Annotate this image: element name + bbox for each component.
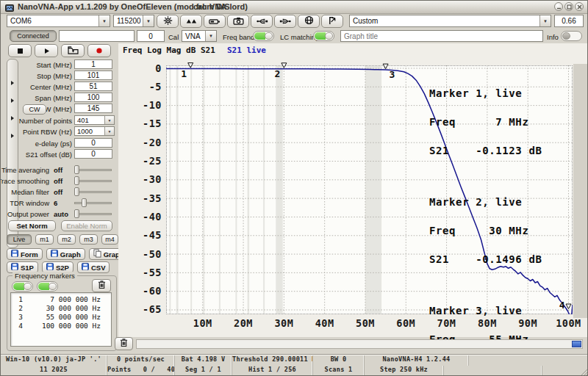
title-bar[interactable]: NanoVNA-App v1.1.209 by OneOfEleven (mod… [1, 1, 587, 14]
com-port-select[interactable]: COM6 ▼ [7, 15, 110, 27]
slider-track[interactable] [74, 180, 112, 182]
slider-track[interactable] [74, 202, 112, 204]
field-input[interactable] [74, 93, 112, 102]
slider-thumb[interactable] [74, 187, 79, 196]
chevron-down-icon[interactable]: ▼ [98, 15, 110, 26]
floppy-icon [51, 250, 58, 258]
sweep-controls [8, 44, 111, 57]
chart-marker-1[interactable] [188, 63, 193, 68]
chevron-down-icon[interactable]: ▼ [104, 127, 114, 135]
chart-marker-number: 1 [181, 68, 187, 79]
field-label: Start (MHz) [36, 61, 72, 69]
chevron-down-icon[interactable]: ▼ [205, 31, 216, 41]
toolbar-button[interactable] [251, 15, 273, 28]
memory-tab[interactable]: m3 [79, 234, 98, 245]
memory-tab[interactable]: m2 [57, 234, 76, 245]
combo-fields: Number of points 401 ▼ Point RBW (Hz) 10… [1, 115, 118, 137]
transport-button[interactable] [87, 44, 111, 57]
lc-matching-toggle[interactable] [313, 31, 334, 41]
chevron-down-icon[interactable]: ▼ [104, 116, 114, 124]
field-label: Point RBW (Hz) [23, 128, 72, 136]
cal-mode-value: VNA [182, 31, 205, 41]
marker-readout: Marker 2, live Freq 30 MHz S21 -0.1496 d… [429, 178, 584, 283]
field-input[interactable] [74, 104, 112, 113]
chevron-down-icon[interactable]: ▼ [539, 15, 551, 26]
maximize-icon[interactable] [564, 2, 573, 11]
toolbar-button[interactable] [227, 15, 249, 28]
save-button[interactable]: Graph [46, 248, 85, 260]
transport-button[interactable] [35, 44, 58, 57]
field-row: S21 offset (dB) [1, 149, 118, 160]
x-tick-label: 40M [315, 317, 334, 329]
scrollbar-thumb[interactable] [572, 341, 581, 347]
marker-list-item[interactable]: 4 100 000 000 Hz [11, 322, 111, 330]
slider-row: Time averaging off [1, 164, 118, 176]
cal-mode-select[interactable]: VNA ▼ [182, 30, 217, 42]
slider-thumb[interactable] [82, 198, 87, 207]
field-input[interactable] [74, 59, 112, 69]
info-toggle[interactable] [561, 31, 582, 41]
baud-rate-select[interactable]: 115200 ▼ [113, 15, 154, 27]
clear-button[interactable] [115, 337, 133, 350]
toolbar-button[interactable] [204, 15, 226, 28]
field-input[interactable] [74, 149, 112, 159]
minimize-icon[interactable] [554, 2, 563, 11]
slider-thumb[interactable] [74, 209, 79, 218]
y-tick-label: -30 [143, 173, 162, 185]
transport-button[interactable] [8, 44, 32, 57]
slider-thumb[interactable] [74, 165, 79, 174]
slider-track[interactable] [74, 169, 112, 171]
memory-tab[interactable]: Live [7, 234, 32, 245]
toolbar-button[interactable] [180, 15, 202, 28]
graph-title-input[interactable] [340, 30, 543, 42]
save-button[interactable]: Form [7, 248, 43, 260]
slider-value: auto [54, 210, 68, 218]
export-button[interactable]: CSV [77, 261, 110, 273]
y-tick-label: -35 [143, 192, 162, 204]
slider-thumb[interactable] [74, 176, 79, 185]
marker-readout-title: Marker 3, live [429, 306, 584, 316]
field-label: e-delay (ps) [35, 140, 72, 148]
serial-info-field[interactable] [59, 30, 135, 42]
status-cell: Win-10 (v10.0) ja-JP '.' [1, 355, 107, 366]
marker-list[interactable]: 1 7 000 000 Hz 2 30 000 000 Hz 3 55 000 … [10, 292, 112, 347]
velocity-factor-field[interactable] [554, 15, 584, 27]
marker-list-item[interactable]: 3 55 000 000 Hz [11, 313, 111, 322]
freq-bands-toggle[interactable] [253, 31, 274, 41]
field-input[interactable] [74, 138, 112, 148]
slider-track[interactable] [74, 213, 112, 215]
usb-out-icon [256, 16, 268, 27]
transport-button[interactable] [61, 44, 85, 57]
x-tick-label: 30M [274, 317, 293, 329]
preset-select[interactable]: Custom ▼ [349, 15, 551, 27]
markers-toggle-1[interactable] [12, 281, 33, 292]
cal-number-field[interactable] [137, 30, 165, 42]
status-row-2: 11 2025Points 0 / 401Seg 1 / 1Hist 1 / 2… [1, 366, 588, 376]
status-cell: BW 0 [313, 355, 365, 366]
field-input[interactable] [74, 70, 112, 80]
close-icon[interactable] [575, 2, 584, 11]
horizontal-scrollbar[interactable] [136, 339, 583, 349]
field-select[interactable]: 401 ▼ [74, 115, 115, 125]
resize-grip[interactable] [581, 369, 588, 376]
memory-tab[interactable]: m4 [101, 234, 118, 245]
marker-list-item[interactable]: 2 30 000 000 Hz [11, 304, 111, 313]
memory-tab[interactable]: m1 [35, 234, 54, 245]
chevron-down-icon[interactable]: ▼ [143, 15, 154, 26]
delete-markers-button[interactable] [92, 279, 111, 292]
toolbar-button[interactable] [298, 15, 320, 28]
gear-icon [162, 15, 173, 28]
toolbar-button[interactable] [157, 15, 179, 28]
set-norm-button[interactable]: Set Norm [8, 220, 56, 231]
enable-norm-button[interactable]: Enable Norm [61, 220, 112, 231]
toolbar-button[interactable] [321, 15, 343, 28]
slider-track[interactable] [74, 191, 112, 193]
toolbar-button[interactable] [274, 15, 296, 28]
marker-list-item[interactable]: 1 7 000 000 Hz [11, 295, 111, 304]
freq-band-region [176, 66, 179, 314]
field-select[interactable]: 1000 ▼ [74, 126, 115, 136]
field-input[interactable] [74, 82, 112, 91]
connected-button[interactable]: Connected [10, 30, 57, 42]
cw-button[interactable]: CW [23, 104, 46, 115]
markers-toggle-2[interactable] [37, 281, 58, 292]
